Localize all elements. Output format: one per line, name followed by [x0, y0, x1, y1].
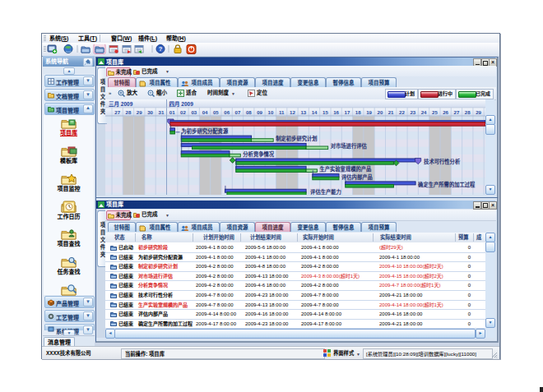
- svg-text:27: 27: [454, 108, 460, 114]
- svg-text:四月 2009: 四月 2009: [169, 100, 194, 107]
- svg-text:27: 27: [114, 108, 120, 114]
- svg-text:04: 04: [202, 108, 208, 114]
- svg-text:确定生产所需的加工过程: 确定生产所需的加工过程: [418, 180, 476, 187]
- svg-text:16: 16: [333, 108, 339, 114]
- svg-text:06: 06: [224, 108, 230, 114]
- svg-text:生产实验室规模的产品: 生产实验室规模的产品: [319, 165, 371, 173]
- svg-text:17: 17: [345, 108, 350, 114]
- svg-text:31: 31: [159, 108, 165, 114]
- svg-text:29: 29: [476, 108, 481, 114]
- svg-text:?: ?: [159, 45, 163, 53]
- svg-text:30: 30: [147, 108, 153, 114]
- svg-text:28: 28: [465, 108, 471, 114]
- svg-text:03: 03: [191, 108, 197, 114]
- svg-text:19: 19: [366, 108, 372, 114]
- svg-text:11: 11: [279, 108, 285, 114]
- svg-text:15: 15: [323, 108, 328, 114]
- svg-text:三月 2009: 三月 2009: [109, 100, 133, 107]
- svg-text:24: 24: [421, 108, 427, 114]
- svg-text:28: 28: [126, 108, 132, 114]
- svg-text:为初步研究分配资源: 为初步研究分配资源: [182, 127, 229, 134]
- svg-text:对市场进行评估: 对市场进行评估: [331, 142, 368, 150]
- svg-text:分析竞争情况: 分析竞争情况: [243, 150, 274, 157]
- svg-text:07: 07: [235, 108, 241, 114]
- svg-text:评估内部产品: 评估内部产品: [341, 173, 373, 180]
- svg-text:20: 20: [378, 108, 383, 114]
- svg-text:13: 13: [300, 108, 306, 114]
- svg-text:02: 02: [180, 108, 186, 114]
- svg-text:29: 29: [137, 108, 142, 114]
- svg-text:23: 23: [410, 108, 415, 114]
- svg-text:14: 14: [312, 108, 318, 114]
- svg-text:制定初步研究计划: 制定初步研究计划: [276, 135, 317, 142]
- svg-text:25: 25: [432, 108, 438, 114]
- svg-text:05: 05: [213, 108, 219, 114]
- svg-text:10: 10: [268, 108, 274, 114]
- svg-text:26: 26: [443, 108, 448, 114]
- svg-text:22: 22: [399, 108, 405, 114]
- svg-text:12: 12: [290, 108, 295, 114]
- svg-text:01: 01: [169, 108, 175, 114]
- svg-text:18: 18: [355, 108, 361, 114]
- svg-text:评估生产能力: 评估生产能力: [310, 188, 341, 195]
- svg-text:技术可行性分析: 技术可行性分析: [424, 158, 461, 165]
- svg-text:21: 21: [388, 108, 394, 114]
- svg-text:08: 08: [246, 108, 252, 114]
- svg-text:09: 09: [257, 108, 262, 114]
